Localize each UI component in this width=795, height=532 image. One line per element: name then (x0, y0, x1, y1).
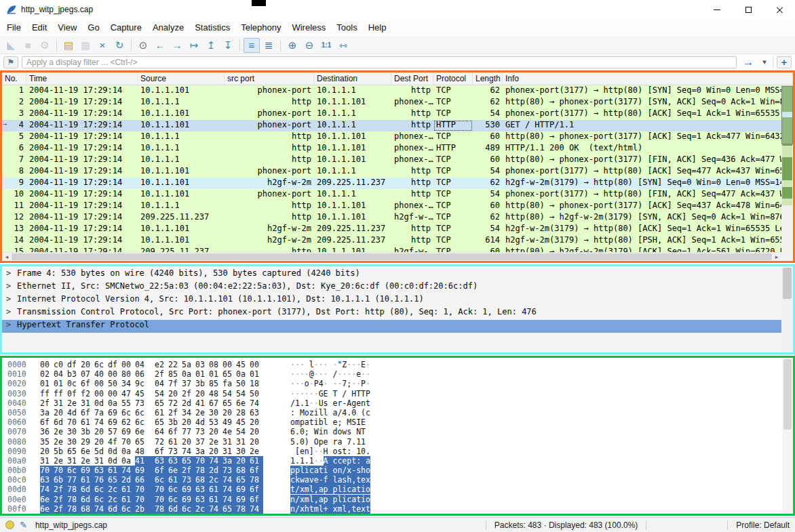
hex-byte[interactable]: 61 (121, 485, 135, 494)
ascii-char[interactable]: 5 (290, 437, 295, 447)
hex-byte[interactable]: 29 (81, 437, 94, 447)
hex-byte[interactable]: 61 (209, 485, 222, 494)
packet-list-vscroll[interactable] (781, 85, 793, 252)
resize-columns-button[interactable]: ⇿ (335, 38, 351, 53)
packet-row-2[interactable]: 22004-11-19 17:29:1410.1.1.1http10.1.1.1… (2, 97, 781, 108)
ascii-char[interactable]: x (300, 495, 305, 504)
ascii-char[interactable]: 1 (361, 437, 366, 447)
packet-row-4[interactable]: →42004-11-19 17:29:1410.1.1.101phonex-po… (2, 120, 781, 131)
hex-byte[interactable]: 74 (121, 466, 135, 475)
ascii-char[interactable]: h (361, 466, 366, 475)
hex-byte[interactable]: 54 (155, 389, 168, 398)
ascii-char[interactable]: o (366, 485, 370, 494)
ascii-char[interactable]: · (324, 379, 328, 388)
hex-byte[interactable]: 2c (209, 475, 222, 485)
ascii-char[interactable]: l (324, 408, 328, 417)
menu-item-go[interactable]: Go (82, 19, 104, 37)
ascii-char[interactable]: ) (305, 437, 309, 447)
hex-byte[interactable]: 6c (168, 485, 182, 494)
expand-chevron-icon[interactable]: > (6, 281, 17, 291)
profile-selector[interactable]: Profile: Default (736, 520, 790, 530)
hex-byte[interactable]: 08 (209, 360, 222, 369)
hex-byte[interactable]: ff (40, 389, 54, 398)
hex-byte[interactable]: 31 (67, 456, 81, 466)
ascii-char[interactable]: i (361, 495, 366, 504)
column-header-time[interactable]: Time (26, 73, 138, 85)
hex-byte[interactable]: 0a (236, 369, 250, 379)
ascii-char[interactable]: c (366, 408, 370, 417)
hex-byte[interactable]: 6e (40, 495, 54, 504)
menu-item-file[interactable]: File (1, 19, 26, 37)
hex-byte[interactable]: 2e (67, 398, 81, 408)
stop-capture-button[interactable]: ■ (20, 38, 36, 53)
hex-byte[interactable]: 6d (54, 417, 67, 427)
hex-byte[interactable]: 6b (54, 475, 67, 485)
hex-byte[interactable]: 61 (81, 417, 94, 427)
hex-byte[interactable]: c0 (54, 360, 67, 369)
hex-byte[interactable]: 63 (195, 485, 209, 494)
reload-button[interactable]: ↻ (111, 38, 128, 53)
ascii-char[interactable]: e (361, 475, 366, 485)
hex-byte[interactable]: 2f (54, 495, 67, 504)
hex-byte[interactable]: 61 (250, 456, 263, 466)
apply-filter-button[interactable]: → (740, 56, 756, 69)
hex-byte[interactable]: 0a (182, 369, 195, 379)
ascii-char[interactable]: 6 (290, 427, 295, 436)
ascii-char[interactable]: n (290, 495, 295, 504)
ascii-char[interactable]: x (366, 475, 370, 485)
hex-byte[interactable]: 20 (195, 389, 209, 398)
ascii-char[interactable]: / (295, 495, 300, 504)
hex-byte[interactable]: 7a (94, 408, 108, 417)
ascii-char[interactable]: i (314, 417, 319, 427)
packet-row-9[interactable]: 92004-11-19 17:29:1410.1.1.101h2gf-w-2m2… (2, 178, 781, 189)
column-header-dest_port[interactable]: Dest Port (391, 73, 433, 85)
ascii-char[interactable]: i (319, 427, 324, 436)
ascii-char[interactable]: s (324, 398, 328, 408)
hex-byte[interactable]: 69 (182, 485, 195, 494)
hex-byte[interactable]: 20 (54, 408, 67, 417)
ascii-char[interactable]: · (319, 447, 324, 456)
hex-byte[interactable]: f2 (81, 389, 94, 398)
ascii-char[interactable]: · (295, 369, 300, 379)
go-to-packet-button[interactable]: ↦ (186, 38, 202, 53)
hex-byte[interactable]: 54 (236, 389, 250, 398)
go-forward-button[interactable]: → (169, 38, 185, 53)
hex-byte[interactable]: 70 (155, 495, 168, 504)
hex-byte[interactable]: 20 (209, 447, 222, 456)
hex-byte[interactable]: 65 (222, 398, 236, 408)
ascii-char[interactable]: c (309, 466, 314, 475)
hex-byte[interactable]: 41 (195, 398, 209, 408)
hex-byte[interactable]: 57 (108, 427, 121, 436)
hex-byte[interactable]: 0f (67, 389, 81, 398)
bytes-vscroll[interactable] (782, 358, 793, 514)
hex-byte[interactable]: 0a (108, 398, 121, 408)
packet-list-hscroll-thumb[interactable] (12, 253, 772, 260)
expert-info-icon[interactable] (5, 520, 14, 529)
ascii-char[interactable]: n (324, 427, 328, 436)
hex-byte[interactable]: 0a (121, 447, 135, 456)
ascii-char[interactable]: l (300, 466, 305, 475)
ascii-char[interactable] (309, 437, 314, 447)
expand-chevron-icon[interactable]: > (6, 268, 17, 278)
expand-chevron-icon[interactable]: > (6, 320, 17, 329)
hex-byte[interactable]: 6c (155, 475, 168, 485)
ascii-char[interactable]: t (366, 398, 370, 408)
ascii-char[interactable]: · (305, 369, 309, 379)
hex-byte[interactable]: 48 (209, 389, 222, 398)
hex-byte[interactable]: 30 (209, 408, 222, 417)
hex-byte[interactable]: 69 (236, 485, 250, 494)
hex-byte[interactable]: 20 (94, 437, 108, 447)
column-header-source[interactable]: Source (138, 73, 225, 85)
hex-byte[interactable]: 74 (222, 495, 236, 504)
ascii-char[interactable]: c (290, 475, 295, 485)
hex-byte[interactable]: 78 (236, 504, 250, 514)
hex-byte[interactable]: fa (222, 379, 236, 388)
hex-byte[interactable]: 70 (195, 456, 209, 466)
hex-byte[interactable]: 6d (81, 495, 94, 504)
hex-byte[interactable]: 30 (67, 437, 81, 447)
ascii-char[interactable]: a (314, 466, 319, 475)
ascii-char[interactable]: . (300, 398, 305, 408)
ascii-char[interactable]: t (319, 466, 324, 475)
filter-bookmark-button[interactable]: ⚑ (3, 56, 18, 68)
ascii-char[interactable]: l (309, 360, 314, 369)
